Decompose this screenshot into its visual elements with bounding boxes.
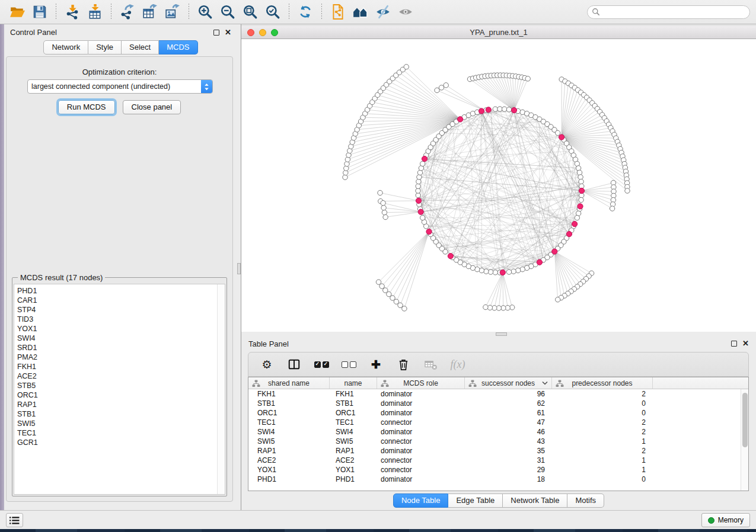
memory-button[interactable]: Memory xyxy=(701,513,750,527)
control-panel-close-icon[interactable]: ✕ xyxy=(225,30,231,36)
horizontal-splitter[interactable] xyxy=(241,332,756,336)
table-cell: SWI5 xyxy=(248,437,330,446)
import-table-button[interactable] xyxy=(84,2,106,22)
table-row[interactable]: PHD1PHD1dominator180 xyxy=(248,475,741,484)
mcds-result-item[interactable]: TID3 xyxy=(14,315,217,324)
delete-column-button[interactable] xyxy=(395,355,411,373)
mcds-result-list[interactable]: PHD1CAR1STP4TID3YOX1SWI4SRD1PMA2FKH1ACE2… xyxy=(14,284,225,495)
export-table-button[interactable] xyxy=(139,2,161,22)
export-table-icon xyxy=(142,4,158,20)
sort-desc-icon xyxy=(542,381,548,385)
zoom-out-button[interactable] xyxy=(216,2,239,22)
column-label: shared name xyxy=(268,379,310,387)
table-row[interactable]: RAP1RAP1dominator352 xyxy=(248,446,741,456)
horizontal-splitter-handle[interactable] xyxy=(496,332,507,336)
hide-selected-button[interactable] xyxy=(372,2,394,22)
save-session-button[interactable] xyxy=(28,2,51,22)
tab-style[interactable]: Style xyxy=(88,40,122,55)
table-cell: dominator xyxy=(377,427,465,437)
list-icon xyxy=(9,516,20,525)
table-cell: 2 xyxy=(552,389,653,399)
control-panel-float-icon[interactable] xyxy=(213,30,219,36)
mcds-result-item[interactable]: GCR1 xyxy=(14,438,217,447)
table-row[interactable]: ACE2ACE2connector311 xyxy=(248,456,741,465)
table-row[interactable]: FKH1FKH1dominator962 xyxy=(248,389,741,399)
node-table-scrollbar[interactable] xyxy=(741,389,748,491)
mcds-result-item[interactable]: ACE2 xyxy=(14,371,217,381)
table-cell: STB1 xyxy=(330,399,377,408)
mcds-result-item[interactable]: STP4 xyxy=(14,305,217,315)
mcds-result-item[interactable]: SWI4 xyxy=(14,334,217,343)
table-tab-edge-table[interactable]: Edge Table xyxy=(448,493,503,508)
mcds-result-item[interactable]: ORC1 xyxy=(14,390,217,400)
mcds-result-item[interactable]: STB5 xyxy=(14,381,217,390)
column-header-predecessor-nodes[interactable]: predecessor nodes xyxy=(552,377,653,389)
table-row[interactable]: SWI5SWI5connector431 xyxy=(248,437,741,446)
column-layout-button[interactable] xyxy=(286,355,302,373)
tab-network[interactable]: Network xyxy=(43,40,88,55)
vertical-splitter[interactable] xyxy=(237,24,241,510)
run-mcds-button[interactable]: Run MCDS xyxy=(58,100,115,114)
column-header-name[interactable]: name xyxy=(330,377,377,389)
network-graph[interactable] xyxy=(241,39,756,332)
search-box xyxy=(587,5,750,19)
mcds-result-item[interactable]: RAP1 xyxy=(14,400,217,409)
import-network-button[interactable] xyxy=(61,2,84,22)
mcds-tab-content: Optimization criterion: largest connecte… xyxy=(6,56,233,502)
mcds-result-item[interactable]: FKH1 xyxy=(14,362,217,371)
table-cell: dominator xyxy=(377,389,465,399)
mcds-result-item[interactable]: TEC1 xyxy=(14,428,217,438)
mcds-result-item[interactable]: CAR1 xyxy=(14,296,217,305)
network-from-selection-button[interactable] xyxy=(327,2,349,22)
window-close-traffic-light[interactable] xyxy=(247,29,254,36)
mcds-result-item[interactable]: YOX1 xyxy=(14,324,217,334)
network-canvas[interactable] xyxy=(241,39,756,332)
birds-eye-view-button[interactable] xyxy=(394,2,417,22)
column-header-successor-nodes[interactable]: successor nodes xyxy=(465,377,552,389)
deselect-all-button[interactable] xyxy=(341,355,356,373)
table-row[interactable]: ORC1ORC1dominator610 xyxy=(248,408,741,418)
table-panel-close-icon[interactable]: ✕ xyxy=(742,341,749,347)
zoom-in-button[interactable] xyxy=(194,2,216,22)
open-session-button[interactable] xyxy=(6,2,28,22)
tab-mcds[interactable]: MCDS xyxy=(159,40,197,55)
first-neighbors-button[interactable] xyxy=(349,2,372,22)
add-column-button[interactable]: ✚ xyxy=(368,355,384,373)
table-row[interactable]: SWI4SWI4dominator462 xyxy=(248,427,741,437)
search-input[interactable] xyxy=(587,5,750,19)
export-image-button[interactable] xyxy=(161,2,184,22)
refresh-network-button[interactable] xyxy=(294,2,317,22)
table-row[interactable]: STB1STB1dominator620 xyxy=(248,399,741,408)
table-cell: 18 xyxy=(465,475,552,484)
table-tab-motifs[interactable]: Motifs xyxy=(567,493,604,508)
zoom-fit-button[interactable] xyxy=(239,2,261,22)
mcds-result-item[interactable]: SRD1 xyxy=(14,343,217,352)
mcds-result-item[interactable]: PMA2 xyxy=(14,352,217,362)
column-header-mcds-role[interactable]: MCDS role xyxy=(377,377,465,389)
tab-select[interactable]: Select xyxy=(122,40,159,55)
table-tab-node-table[interactable]: Node Table xyxy=(393,493,449,508)
table-cell: TEC1 xyxy=(330,418,377,427)
window-zoom-traffic-light[interactable] xyxy=(271,29,278,36)
export-network-button[interactable] xyxy=(116,2,139,22)
table-row[interactable]: YOX1YOX1connector291 xyxy=(248,465,741,475)
window-minimize-traffic-light[interactable] xyxy=(259,29,266,36)
column-header-shared-name[interactable]: shared name xyxy=(248,377,330,389)
close-panel-button[interactable]: Close panel xyxy=(123,100,181,114)
show-panels-button[interactable] xyxy=(6,513,23,527)
node-table-scroll-thumb[interactable] xyxy=(742,393,748,447)
mcds-result-item[interactable]: SWI5 xyxy=(14,419,217,428)
vertical-splitter-handle[interactable] xyxy=(237,263,241,274)
mcds-result-item[interactable]: STB1 xyxy=(14,409,217,419)
select-all-button[interactable] xyxy=(314,355,329,373)
table-tab-network-table[interactable]: Network Table xyxy=(503,493,567,508)
table-panel-float-icon[interactable] xyxy=(731,341,737,347)
table-cell: SWI4 xyxy=(248,427,330,437)
optimization-criterion-select[interactable]: largest connected component (undirected) xyxy=(27,79,213,94)
zoom-selected-button[interactable] xyxy=(261,2,284,22)
mcds-result-item[interactable]: PHD1 xyxy=(14,286,217,296)
table-settings-button[interactable]: ⚙ xyxy=(259,355,275,373)
table-row[interactable]: TEC1TEC1connector472 xyxy=(248,418,741,427)
table-cell: ORC1 xyxy=(330,408,377,418)
mcds-list-scrollbar[interactable] xyxy=(217,284,225,494)
